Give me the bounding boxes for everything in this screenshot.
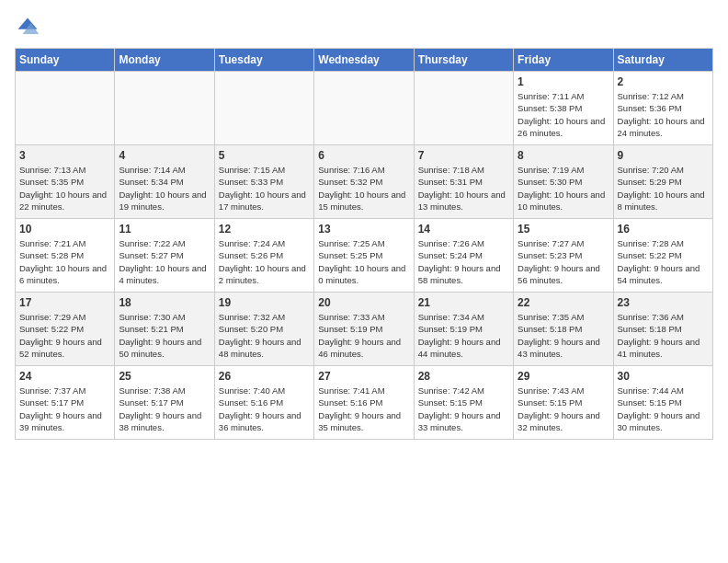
day-number: 23 bbox=[618, 296, 709, 309]
day-info: Sunrise: 7:26 AM Sunset: 5:24 PM Dayligh… bbox=[418, 237, 509, 286]
day-info: Sunrise: 7:21 AM Sunset: 5:28 PM Dayligh… bbox=[19, 237, 110, 286]
day-number: 2 bbox=[618, 75, 709, 88]
day-number: 29 bbox=[518, 370, 609, 383]
col-header-sunday: Sunday bbox=[16, 49, 115, 72]
day-number: 7 bbox=[418, 149, 509, 162]
day-cell: 7Sunrise: 7:18 AM Sunset: 5:31 PM Daylig… bbox=[414, 145, 513, 219]
day-cell: 4Sunrise: 7:14 AM Sunset: 5:34 PM Daylig… bbox=[115, 145, 214, 219]
day-cell: 17Sunrise: 7:29 AM Sunset: 5:22 PM Dayli… bbox=[16, 293, 115, 366]
week-row-1: 1Sunrise: 7:11 AM Sunset: 5:38 PM Daylig… bbox=[16, 72, 713, 145]
day-info: Sunrise: 7:33 AM Sunset: 5:19 PM Dayligh… bbox=[318, 311, 409, 360]
header-row: SundayMondayTuesdayWednesdayThursdayFrid… bbox=[16, 49, 713, 72]
day-info: Sunrise: 7:41 AM Sunset: 5:16 PM Dayligh… bbox=[318, 385, 409, 433]
day-info: Sunrise: 7:37 AM Sunset: 5:17 PM Dayligh… bbox=[19, 385, 110, 433]
day-cell: 26Sunrise: 7:40 AM Sunset: 5:16 PM Dayli… bbox=[214, 366, 313, 440]
day-cell: 2Sunrise: 7:12 AM Sunset: 5:36 PM Daylig… bbox=[613, 72, 712, 145]
day-info: Sunrise: 7:13 AM Sunset: 5:35 PM Dayligh… bbox=[19, 164, 110, 213]
day-number: 28 bbox=[418, 370, 509, 383]
week-row-3: 10Sunrise: 7:21 AM Sunset: 5:28 PM Dayli… bbox=[16, 219, 713, 293]
day-info: Sunrise: 7:19 AM Sunset: 5:30 PM Dayligh… bbox=[518, 164, 609, 213]
day-number: 5 bbox=[219, 149, 310, 162]
day-cell: 9Sunrise: 7:20 AM Sunset: 5:29 PM Daylig… bbox=[613, 145, 712, 219]
day-cell: 25Sunrise: 7:38 AM Sunset: 5:17 PM Dayli… bbox=[115, 366, 214, 440]
day-number: 10 bbox=[19, 223, 110, 236]
day-info: Sunrise: 7:34 AM Sunset: 5:19 PM Dayligh… bbox=[418, 311, 509, 360]
day-info: Sunrise: 7:29 AM Sunset: 5:22 PM Dayligh… bbox=[19, 311, 110, 360]
day-number: 13 bbox=[318, 223, 409, 236]
col-header-wednesday: Wednesday bbox=[314, 49, 414, 72]
day-info: Sunrise: 7:44 AM Sunset: 5:15 PM Dayligh… bbox=[618, 385, 709, 433]
day-number: 30 bbox=[618, 370, 709, 383]
day-cell: 28Sunrise: 7:42 AM Sunset: 5:15 PM Dayli… bbox=[414, 366, 513, 440]
day-number: 26 bbox=[219, 370, 310, 383]
day-cell: 29Sunrise: 7:43 AM Sunset: 5:15 PM Dayli… bbox=[514, 366, 613, 440]
day-info: Sunrise: 7:43 AM Sunset: 5:15 PM Dayligh… bbox=[518, 385, 609, 433]
day-cell: 19Sunrise: 7:32 AM Sunset: 5:20 PM Dayli… bbox=[214, 293, 313, 366]
day-number: 16 bbox=[618, 223, 709, 236]
day-cell: 6Sunrise: 7:16 AM Sunset: 5:32 PM Daylig… bbox=[314, 145, 414, 219]
day-cell: 10Sunrise: 7:21 AM Sunset: 5:28 PM Dayli… bbox=[16, 219, 115, 293]
calendar-table: SundayMondayTuesdayWednesdayThursdayFrid… bbox=[15, 48, 713, 440]
day-info: Sunrise: 7:42 AM Sunset: 5:15 PM Dayligh… bbox=[418, 385, 509, 433]
day-cell: 13Sunrise: 7:25 AM Sunset: 5:25 PM Dayli… bbox=[314, 219, 414, 293]
day-number: 27 bbox=[318, 370, 409, 383]
day-number: 14 bbox=[418, 223, 509, 236]
day-cell: 12Sunrise: 7:24 AM Sunset: 5:26 PM Dayli… bbox=[214, 219, 313, 293]
day-cell: 27Sunrise: 7:41 AM Sunset: 5:16 PM Dayli… bbox=[314, 366, 414, 440]
day-info: Sunrise: 7:25 AM Sunset: 5:25 PM Dayligh… bbox=[318, 237, 409, 286]
day-info: Sunrise: 7:14 AM Sunset: 5:34 PM Dayligh… bbox=[119, 164, 210, 213]
day-number: 20 bbox=[318, 296, 409, 309]
day-number: 6 bbox=[318, 149, 409, 162]
day-number: 22 bbox=[518, 296, 609, 309]
day-cell bbox=[16, 72, 115, 145]
col-header-saturday: Saturday bbox=[613, 49, 712, 72]
day-cell bbox=[314, 72, 414, 145]
week-row-4: 17Sunrise: 7:29 AM Sunset: 5:22 PM Dayli… bbox=[16, 293, 713, 366]
day-number: 17 bbox=[19, 296, 110, 309]
day-cell: 22Sunrise: 7:35 AM Sunset: 5:18 PM Dayli… bbox=[514, 293, 613, 366]
day-cell: 16Sunrise: 7:28 AM Sunset: 5:22 PM Dayli… bbox=[613, 219, 712, 293]
day-cell: 14Sunrise: 7:26 AM Sunset: 5:24 PM Dayli… bbox=[414, 219, 513, 293]
day-number: 18 bbox=[119, 296, 210, 309]
day-cell: 21Sunrise: 7:34 AM Sunset: 5:19 PM Dayli… bbox=[414, 293, 513, 366]
week-row-2: 3Sunrise: 7:13 AM Sunset: 5:35 PM Daylig… bbox=[16, 145, 713, 219]
week-row-5: 24Sunrise: 7:37 AM Sunset: 5:17 PM Dayli… bbox=[16, 366, 713, 440]
day-cell: 8Sunrise: 7:19 AM Sunset: 5:30 PM Daylig… bbox=[514, 145, 613, 219]
day-info: Sunrise: 7:18 AM Sunset: 5:31 PM Dayligh… bbox=[418, 164, 509, 213]
day-cell: 23Sunrise: 7:36 AM Sunset: 5:18 PM Dayli… bbox=[613, 293, 712, 366]
day-number: 19 bbox=[219, 296, 310, 309]
day-number: 11 bbox=[119, 223, 210, 236]
col-header-friday: Friday bbox=[514, 49, 613, 72]
day-info: Sunrise: 7:15 AM Sunset: 5:33 PM Dayligh… bbox=[219, 164, 310, 213]
day-cell: 24Sunrise: 7:37 AM Sunset: 5:17 PM Dayli… bbox=[16, 366, 115, 440]
day-number: 24 bbox=[19, 370, 110, 383]
day-info: Sunrise: 7:28 AM Sunset: 5:22 PM Dayligh… bbox=[618, 237, 709, 286]
day-info: Sunrise: 7:40 AM Sunset: 5:16 PM Dayligh… bbox=[219, 385, 310, 433]
day-cell bbox=[414, 72, 513, 145]
day-cell: 1Sunrise: 7:11 AM Sunset: 5:38 PM Daylig… bbox=[514, 72, 613, 145]
day-info: Sunrise: 7:32 AM Sunset: 5:20 PM Dayligh… bbox=[219, 311, 310, 360]
col-header-thursday: Thursday bbox=[414, 49, 513, 72]
day-info: Sunrise: 7:22 AM Sunset: 5:27 PM Dayligh… bbox=[119, 237, 210, 286]
day-info: Sunrise: 7:24 AM Sunset: 5:26 PM Dayligh… bbox=[219, 237, 310, 286]
day-cell: 5Sunrise: 7:15 AM Sunset: 5:33 PM Daylig… bbox=[214, 145, 313, 219]
day-number: 15 bbox=[518, 223, 609, 236]
day-cell bbox=[115, 72, 214, 145]
day-cell: 15Sunrise: 7:27 AM Sunset: 5:23 PM Dayli… bbox=[514, 219, 613, 293]
day-number: 9 bbox=[618, 149, 709, 162]
col-header-monday: Monday bbox=[115, 49, 214, 72]
day-cell: 18Sunrise: 7:30 AM Sunset: 5:21 PM Dayli… bbox=[115, 293, 214, 366]
day-info: Sunrise: 7:30 AM Sunset: 5:21 PM Dayligh… bbox=[119, 311, 210, 360]
day-info: Sunrise: 7:20 AM Sunset: 5:29 PM Dayligh… bbox=[618, 164, 709, 213]
col-header-tuesday: Tuesday bbox=[214, 49, 313, 72]
day-number: 12 bbox=[219, 223, 310, 236]
day-number: 21 bbox=[418, 296, 509, 309]
day-info: Sunrise: 7:38 AM Sunset: 5:17 PM Dayligh… bbox=[119, 385, 210, 433]
day-number: 1 bbox=[518, 75, 609, 88]
day-number: 3 bbox=[19, 149, 110, 162]
day-cell: 20Sunrise: 7:33 AM Sunset: 5:19 PM Dayli… bbox=[314, 293, 414, 366]
day-info: Sunrise: 7:16 AM Sunset: 5:32 PM Dayligh… bbox=[318, 164, 409, 213]
day-info: Sunrise: 7:36 AM Sunset: 5:18 PM Dayligh… bbox=[618, 311, 709, 360]
day-number: 4 bbox=[119, 149, 210, 162]
day-info: Sunrise: 7:35 AM Sunset: 5:18 PM Dayligh… bbox=[518, 311, 609, 360]
